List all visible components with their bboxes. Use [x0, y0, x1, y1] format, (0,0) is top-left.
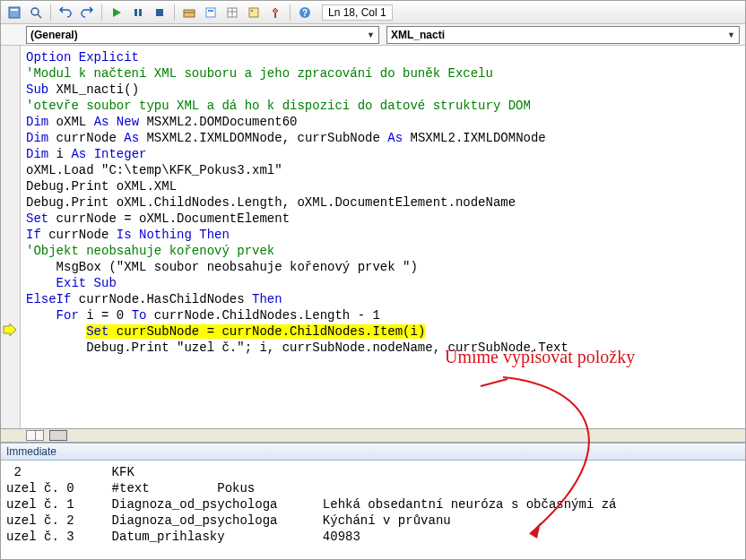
help-icon[interactable]: ? — [295, 3, 315, 22]
stop-icon[interactable] — [150, 3, 169, 22]
svg-line-3 — [38, 14, 41, 18]
project-icon[interactable] — [201, 3, 221, 22]
full-module-view-icon[interactable] — [49, 430, 67, 441]
properties-icon[interactable] — [222, 3, 242, 22]
current-line-arrow-icon — [3, 323, 17, 336]
procedure-view-icon[interactable] — [26, 430, 44, 441]
dropdown-bar: (General) ▼ XML_nacti ▼ — [1, 24, 745, 46]
svg-text:?: ? — [302, 8, 308, 18]
cursor-position: Ln 18, Col 1 — [322, 4, 393, 21]
svg-rect-8 — [184, 10, 195, 17]
svg-rect-16 — [251, 10, 253, 12]
svg-marker-4 — [113, 8, 121, 17]
gutter — [1, 46, 21, 428]
svg-rect-6 — [139, 9, 142, 16]
svg-rect-10 — [206, 8, 215, 17]
svg-rect-0 — [9, 7, 20, 18]
immediate-window[interactable]: 2 KFK uzel č. 0 #text Pokus uzel č. 1 Di… — [1, 461, 745, 559]
svg-rect-7 — [156, 9, 163, 16]
run-icon[interactable] — [107, 3, 126, 22]
svg-rect-15 — [249, 8, 258, 17]
object-dropdown-label: (General) — [30, 29, 78, 41]
svg-rect-11 — [208, 10, 213, 12]
view-mode-bar — [1, 428, 745, 443]
design-icon[interactable] — [179, 3, 199, 22]
toolbox-icon[interactable] — [265, 3, 285, 22]
object-dropdown[interactable]: (General) ▼ — [26, 26, 379, 44]
redo-icon[interactable] — [77, 3, 97, 22]
procedure-dropdown[interactable]: XML_nacti ▼ — [386, 26, 740, 44]
object-browser-icon[interactable] — [244, 3, 264, 22]
undo-icon[interactable] — [56, 3, 75, 22]
chevron-down-icon: ▼ — [367, 30, 375, 39]
view-icon[interactable] — [4, 3, 24, 22]
svg-point-2 — [31, 8, 39, 15]
toolbar: ? Ln 18, Col 1 — [1, 1, 745, 24]
find-icon[interactable] — [26, 3, 46, 22]
svg-rect-5 — [134, 9, 137, 16]
code-pane[interactable]: Option Explicit 'Modul k načtení XML sou… — [21, 46, 745, 428]
svg-rect-1 — [11, 9, 18, 11]
immediate-title: Immediate — [1, 443, 745, 461]
chevron-down-icon: ▼ — [727, 30, 735, 39]
code-editor[interactable]: Option Explicit 'Modul k načtení XML sou… — [1, 46, 745, 428]
pause-icon[interactable] — [128, 3, 148, 22]
procedure-dropdown-label: XML_nacti — [391, 29, 445, 41]
svg-marker-20 — [4, 323, 16, 336]
